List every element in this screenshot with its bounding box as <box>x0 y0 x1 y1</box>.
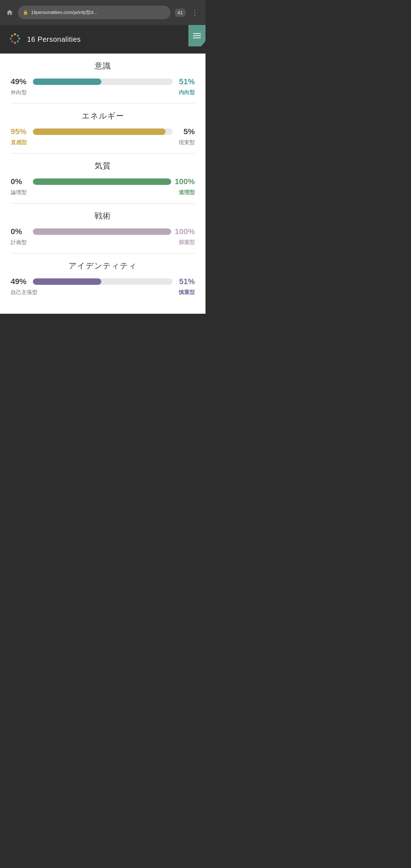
trait-senjutsu-bar-fill <box>33 228 171 235</box>
trait-energy: エネルギー 95% 5% 直感型 現実型 <box>11 111 195 146</box>
trait-energy-bar <box>33 128 173 135</box>
trait-senjutsu: 戦術 0% 100% 計画型 探索型 <box>11 211 195 246</box>
trait-senjutsu-left-pct: 0% <box>11 227 29 236</box>
trait-senjutsu-labels: 計画型 探索型 <box>11 239 195 246</box>
trait-kishitsu-labels: 論理型 道理型 <box>11 189 195 196</box>
trait-kishitsu-title: 気質 <box>11 161 195 171</box>
trait-identity-title: アイデンティティ <box>11 261 195 271</box>
trait-ishiki-bar-fill <box>33 79 101 85</box>
svg-point-1 <box>17 35 19 37</box>
trait-ishiki-right-label: 内向型 <box>179 89 195 96</box>
trait-identity-left-label: 自己主張型 <box>11 289 37 296</box>
site-header: 16 Personalities <box>0 25 206 54</box>
divider-4 <box>11 253 195 253</box>
trait-identity-left-pct: 49% <box>11 277 29 286</box>
trait-ishiki-labels: 外向型 内向型 <box>11 89 195 96</box>
trait-senjutsu-right-pct: 100% <box>175 227 195 236</box>
trait-senjutsu-right-label: 探索型 <box>179 239 195 246</box>
browser-chrome: 🔒 16personalities.com/ja/infp型d... 41 ⋮ <box>0 0 206 25</box>
logo-text: 16 Personalities <box>27 35 81 44</box>
divider-1 <box>11 103 195 104</box>
address-bar[interactable]: 🔒 16personalities.com/ja/infp型d... <box>18 6 171 19</box>
trait-ishiki-left-pct: 49% <box>11 77 29 86</box>
trait-identity-labels: 自己主張型 慎重型 <box>11 289 195 296</box>
logo-area: 16 Personalities <box>7 31 81 47</box>
trait-identity-right-label: 慎重型 <box>179 289 195 296</box>
trait-energy-right-label: 現実型 <box>179 139 195 146</box>
more-button[interactable]: ⋮ <box>190 7 200 18</box>
logo-icon <box>7 31 23 47</box>
svg-point-5 <box>11 40 13 42</box>
page-footer <box>0 314 206 324</box>
trait-energy-right-pct: 5% <box>176 127 195 136</box>
personality-content: 意識 49% 51% 外向型 内向型 エネルギー 95% 5% <box>0 54 206 314</box>
url-text: 16personalities.com/ja/infp型d... <box>31 9 166 16</box>
trait-energy-bar-row: 95% 5% <box>11 127 195 136</box>
page-content: 16 Personalities 意識 49% 51% 外向型 内向型 <box>0 25 206 324</box>
trait-identity-right-pct: 51% <box>176 277 195 286</box>
trait-identity: アイデンティティ 49% 51% 自己主張型 慎重型 <box>11 261 195 296</box>
trait-kishitsu-left-pct: 0% <box>11 177 29 186</box>
trait-ishiki-bar-row: 49% 51% <box>11 77 195 86</box>
trait-ishiki: 意識 49% 51% 外向型 内向型 <box>11 61 195 96</box>
trait-energy-left-pct: 95% <box>11 127 29 136</box>
trait-ishiki-left-label: 外向型 <box>11 89 27 96</box>
trait-kishitsu-bar-row: 0% 100% <box>11 177 195 186</box>
trait-kishitsu: 気質 0% 100% 論理型 道理型 <box>11 161 195 196</box>
divider-3 <box>11 203 195 203</box>
trait-identity-bar <box>33 278 173 285</box>
trait-identity-bar-row: 49% 51% <box>11 277 195 286</box>
trait-ishiki-bar <box>33 79 173 85</box>
svg-point-2 <box>18 37 20 40</box>
trait-energy-bar-fill <box>33 128 166 135</box>
tabs-button[interactable]: 41 <box>175 9 186 17</box>
divider-2 <box>11 153 195 153</box>
trait-identity-bar-fill <box>33 278 101 285</box>
trait-kishitsu-left-label: 論理型 <box>11 189 27 196</box>
trait-kishitsu-right-label: 道理型 <box>179 189 195 196</box>
trait-kishitsu-bar <box>33 178 171 185</box>
hamburger-icon <box>193 33 201 38</box>
svg-point-0 <box>14 33 16 35</box>
trait-ishiki-title: 意識 <box>11 61 195 71</box>
lock-icon: 🔒 <box>23 10 28 15</box>
home-button[interactable] <box>6 9 14 16</box>
svg-point-3 <box>17 40 19 42</box>
trait-senjutsu-left-label: 計画型 <box>11 239 27 246</box>
trait-energy-left-label: 直感型 <box>11 139 27 146</box>
trait-ishiki-right-pct: 51% <box>176 77 195 86</box>
trait-kishitsu-right-pct: 100% <box>175 177 195 186</box>
trait-senjutsu-bar-row: 0% 100% <box>11 227 195 236</box>
svg-point-6 <box>10 37 12 40</box>
trait-kishitsu-bar-fill <box>33 178 171 185</box>
trait-senjutsu-title: 戦術 <box>11 211 195 221</box>
svg-point-7 <box>11 35 13 37</box>
hamburger-button[interactable] <box>188 25 206 46</box>
trait-energy-labels: 直感型 現実型 <box>11 139 195 146</box>
trait-senjutsu-bar <box>33 228 171 235</box>
svg-point-4 <box>14 42 16 44</box>
trait-energy-title: エネルギー <box>11 111 195 121</box>
